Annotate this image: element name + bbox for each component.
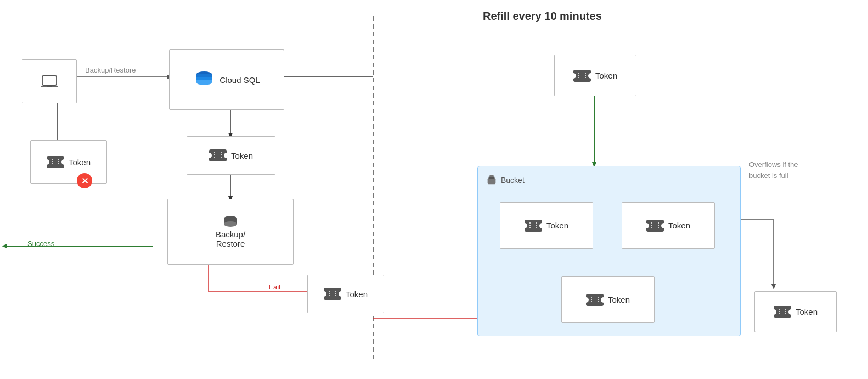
ticket-icon-bucket2: [646, 220, 664, 232]
bucket-icon: [486, 174, 498, 186]
ticket-icon-bucket1: [525, 220, 542, 232]
bucket-area: Bucket Token Token: [477, 166, 741, 336]
svg-point-32: [196, 80, 212, 85]
diagram: Refill every 10 minutes Backup/Restore C…: [0, 0, 868, 379]
svg-rect-58: [489, 175, 493, 177]
ticket-icon-fail: [324, 288, 341, 300]
laptop-icon: [41, 75, 58, 88]
token-overflow-box: Token: [754, 291, 837, 332]
token-left-label: Token: [69, 158, 91, 167]
token-left-box: Token: [30, 140, 107, 184]
svg-marker-14: [2, 244, 7, 248]
svg-rect-56: [488, 178, 496, 184]
backup-restore-box: Backup/Restore: [167, 199, 294, 265]
fail-label: Fail: [269, 283, 280, 291]
overflows-label: Overflows if thebucket is full: [749, 159, 848, 181]
bucket-text: Bucket: [501, 176, 525, 185]
token-fail-box: Token: [307, 275, 384, 313]
ticket-icon-middle: [209, 149, 227, 161]
token-bucket1-box: Token: [500, 202, 593, 249]
error-badge: ✕: [77, 173, 92, 188]
ticket-icon-bucket3: [586, 294, 604, 306]
token-overflow-label: Token: [796, 307, 818, 316]
ticket-icon-top-right: [573, 70, 591, 82]
token-top-right-label: Token: [595, 71, 617, 80]
token-middle-label: Token: [231, 151, 253, 160]
token-top-right-box: Token: [554, 55, 636, 96]
backup-restore-label-box: Backup/Restore: [216, 230, 245, 248]
cloud-sql-icon: [193, 69, 215, 91]
cloud-sql-label: Cloud SQL: [219, 75, 260, 85]
svg-rect-25: [47, 86, 52, 87]
success-label: Success: [27, 239, 54, 248]
token-bucket1-label: Token: [546, 221, 568, 230]
token-middle-box: Token: [187, 136, 275, 175]
svg-rect-23: [42, 76, 57, 85]
backup-restore-label: Backup/Restore: [85, 66, 136, 74]
backup-icon: [223, 215, 238, 227]
laptop-box: [22, 59, 77, 103]
svg-marker-21: [771, 284, 776, 289]
token-bucket3-label: Token: [608, 295, 630, 304]
ticket-icon-left: [47, 156, 64, 168]
page-title: Refill every 10 minutes: [483, 10, 602, 23]
token-bucket3-box: Token: [561, 276, 655, 323]
token-bucket2-box: Token: [622, 202, 715, 249]
token-fail-label: Token: [346, 289, 368, 299]
token-bucket2-label: Token: [668, 221, 690, 230]
cloud-sql-box: Cloud SQL: [169, 49, 284, 110]
svg-point-45: [224, 221, 237, 227]
bucket-label: Bucket: [486, 174, 525, 186]
ticket-icon-overflow: [774, 306, 791, 318]
